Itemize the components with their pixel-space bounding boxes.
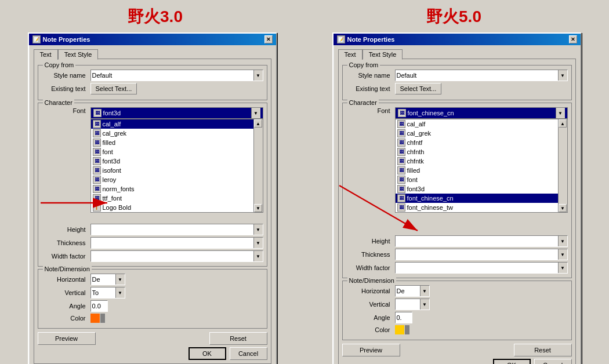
right-horizontal-arrow[interactable]: ▼ [420,286,429,296]
right-thickness-arrow[interactable]: ▼ [558,249,567,260]
right-existing-text-row: Existing text Select Text... [346,83,568,94]
right-thickness-combo[interactable]: ▼ [395,249,568,260]
right-font-item-chfntf[interactable]: 🖼 chfntf [396,138,558,147]
left-height-arrow[interactable]: ▼ [253,224,263,235]
right-thickness-row: Thickness ▼ [346,249,568,260]
left-select-text-button[interactable]: Select Text... [90,83,137,94]
left-style-name-combo[interactable]: ▼ [90,70,263,81]
right-font-item-chfnth[interactable]: 🖼 chfnth [396,147,558,156]
left-font-item-cal_alf[interactable]: 🖼 cal_alf [91,119,253,129]
right-tab-textstyle[interactable]: Text Style [362,49,403,60]
left-font-arrow[interactable]: ▼ [251,108,260,118]
right-scroll-down[interactable]: ▼ [559,204,567,212]
left-horizontal-combo[interactable]: ▼ [90,274,125,285]
right-widthfactor-input[interactable] [396,263,558,273]
right-style-name-combo[interactable]: ▼ [395,70,568,81]
left-close-button[interactable]: ✕ [264,35,273,43]
left-reset-button[interactable]: Reset [209,332,267,345]
right-horizontal-combo[interactable]: ▼ [395,285,430,297]
left-copy-from-label: Copy from [43,61,76,68]
right-tab-text[interactable]: Text [338,49,362,60]
left-font-item-norm[interactable]: 🖼 norm_fonts [91,184,253,194]
right-font-arrow[interactable]: ▼ [556,108,565,118]
left-cancel-button[interactable]: Cancel [230,347,267,360]
left-thickness-label: Thickness [42,239,88,246]
left-font-item-cal_grek[interactable]: 🖼 cal_grek [91,129,253,138]
left-height-combo[interactable]: ▼ [90,224,263,235]
left-font-item-isofont[interactable]: 🖼 isofont [91,166,253,175]
right-vertical-combo[interactable]: ▼ [395,299,430,310]
left-font-selected-bar[interactable]: 🖼 font3d ▼ [90,107,263,119]
right-dialog-titlebar: 📝 Note Properties ✕ [334,34,581,45]
right-close-button[interactable]: ✕ [569,35,577,43]
right-color-swatch[interactable] [395,325,409,334]
right-font-item-cal_grek[interactable]: 🖼 cal_grek [396,129,558,138]
left-thickness-row: Thickness ▼ [42,237,263,249]
left-widthfactor-arrow[interactable]: ▼ [253,251,263,261]
right-font-item-font_cn[interactable]: 🖼 font_chinese_cn [396,194,558,203]
right-color-yellow [395,325,404,334]
left-vertical-arrow[interactable]: ▼ [115,287,125,298]
right-font-selected-icon: 🖼 [398,109,406,117]
left-copy-from-group: Copy from Style name ▼ Existing text Sel… [38,65,267,100]
right-widthfactor-combo[interactable]: ▼ [395,262,568,274]
left-scroll-up[interactable]: ▲ [254,119,262,128]
left-font-item-font3d[interactable]: 🖼 font3d [91,156,253,166]
left-font-item-filled[interactable]: 🖼 filled [91,138,253,147]
left-style-name-arrow[interactable]: ▼ [253,70,263,81]
right-reset-button[interactable]: Reset [514,344,572,356]
right-select-text-button[interactable]: Select Text... [395,83,442,94]
right-style-name-input[interactable] [396,70,558,81]
left-scroll-down[interactable]: ▼ [254,204,262,212]
left-widthfactor-input[interactable] [91,251,253,261]
right-height-arrow[interactable]: ▼ [558,236,567,246]
left-thickness-combo[interactable]: ▼ [90,237,263,249]
right-horizontal-label: Horizontal [346,287,393,294]
left-font-item-leroy[interactable]: 🖼 leroy [91,175,253,184]
right-widthfactor-arrow[interactable]: ▼ [558,263,567,273]
left-preview-button[interactable]: Preview [38,332,96,345]
left-font-selected-icon: 🖼 [93,109,102,117]
left-ok-button[interactable]: OK [188,347,226,360]
left-font-icon-norm: 🖼 [93,185,101,193]
left-angle-input[interactable] [90,300,108,312]
left-font-item-logo[interactable]: T Logo Bold [91,203,253,212]
right-cancel-button[interactable]: Cancel [534,359,572,364]
right-font-item-chfntk[interactable]: 🖼 chfntk [396,156,558,166]
left-font-item-ttf[interactable]: 🖼 ttf_font [91,194,253,203]
right-scroll-up[interactable]: ▲ [559,119,567,128]
right-font-item-filled[interactable]: 🖼 filled [396,166,558,175]
right-style-name-arrow[interactable]: ▼ [558,70,567,81]
right-horizontal-input[interactable] [396,286,420,296]
left-tab-text[interactable]: Text [34,49,58,60]
left-vertical-combo[interactable]: ▼ [90,287,125,299]
right-angle-input[interactable] [395,312,412,323]
right-ok-button[interactable]: OK [493,359,531,364]
right-height-input[interactable] [396,236,558,246]
right-tab-content: Copy from Style name ▼ Existing text Sel… [338,59,576,364]
right-font-item-font_tw[interactable]: 🖼 font_chinese_tw [396,203,558,212]
right-font-item-font3d[interactable]: 🖼 font3d [396,184,558,194]
left-vertical-input[interactable] [91,287,115,298]
right-font-selected-bar[interactable]: 🖼 font_chinese_cn ▼ [395,107,568,119]
left-font-item-font[interactable]: 🖼 font [91,147,253,156]
left-horizontal-input[interactable] [91,274,115,285]
right-existing-text-label: Existing text [346,85,393,92]
right-font-item-font[interactable]: 🖼 font [396,175,558,184]
left-widthfactor-combo[interactable]: ▼ [90,250,263,262]
right-font-item-cal_alf[interactable]: 🖼 cal_alf [396,119,558,129]
right-height-combo[interactable]: ▼ [395,235,568,247]
right-thickness-input[interactable] [396,249,558,260]
left-thickness-arrow[interactable]: ▼ [253,238,263,248]
left-style-name-input[interactable] [91,70,253,81]
right-vertical-input[interactable] [396,299,420,310]
left-color-swatch[interactable] [90,314,105,323]
left-height-input[interactable] [91,224,253,235]
right-font-icon-font_cn: 🖼 [397,194,405,202]
right-preview-button[interactable]: Preview [342,344,400,356]
right-vertical-arrow[interactable]: ▼ [420,299,429,310]
left-tab-textstyle[interactable]: Text Style [58,49,99,60]
left-character-group: Character Font 🖼 font3d ▼ [38,103,267,267]
left-thickness-input[interactable] [91,238,253,248]
left-horizontal-arrow[interactable]: ▼ [115,274,125,285]
